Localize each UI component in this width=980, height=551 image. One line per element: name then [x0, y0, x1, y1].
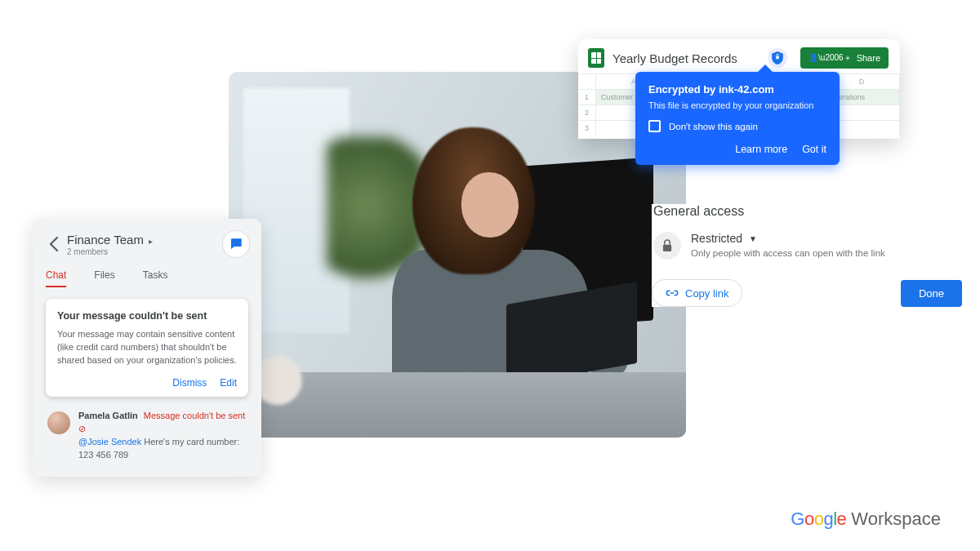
encryption-tooltip: Encrypted by ink-42.com This file is enc…: [635, 72, 840, 165]
checkbox-icon[interactable]: [648, 120, 661, 132]
learn-more-link[interactable]: Learn more: [735, 144, 787, 155]
sheets-card: Yearly Budget Records 👤\u2006＋ Share A B…: [578, 39, 900, 139]
svg-rect-0: [776, 56, 778, 59]
back-icon[interactable]: [44, 233, 64, 255]
chat-message: Pamela Gatlin Message couldn't be sent ⊘…: [47, 410, 247, 462]
sheet-title[interactable]: Yearly Budget Records: [612, 51, 760, 65]
access-mode-select[interactable]: Restricted ▼: [691, 232, 960, 245]
chat-tabs: Chat Files Tasks: [46, 269, 248, 287]
share-panel: General access Restricted ▼ Only people …: [652, 204, 962, 307]
person-plus-icon: 👤\u2006＋: [808, 52, 852, 64]
sheets-app-icon: [588, 48, 604, 68]
google-logo: Google: [791, 509, 846, 530]
row-number[interactable]: 3: [578, 121, 596, 136]
copy-link-label: Copy link: [685, 287, 728, 300]
tooltip-checkbox-row[interactable]: Don't show this again: [648, 120, 826, 132]
share-button[interactable]: 👤\u2006＋ Share: [800, 47, 889, 69]
mention[interactable]: @Josie Sendek: [78, 437, 141, 447]
lock-icon: [653, 232, 681, 260]
svg-rect-1: [663, 245, 671, 251]
link-icon: [666, 287, 679, 300]
access-mode-label: Restricted: [691, 232, 742, 245]
footer-brand: Google Workspace: [791, 509, 941, 530]
chat-icon[interactable]: [222, 230, 250, 258]
chat-card: Finance Team ▸ 2 members Chat Files Task…: [33, 219, 261, 477]
avatar: [47, 411, 70, 434]
product-name: Workspace: [851, 509, 941, 530]
chat-room-name-text: Finance Team: [67, 233, 144, 247]
tab-files[interactable]: Files: [94, 269, 114, 287]
edit-button[interactable]: Edit: [220, 377, 237, 389]
tooltip-title: Encrypted by ink-42.com: [648, 83, 826, 96]
caret-down-icon: ▼: [749, 234, 757, 243]
dlp-warning-body: Your message may contain sensitive conte…: [57, 328, 237, 367]
chevron-right-icon: ▸: [149, 237, 153, 246]
copy-link-button[interactable]: Copy link: [652, 279, 742, 307]
chat-members-count: 2 members: [67, 247, 222, 256]
dlp-warning-title: Your message couldn't be sent: [57, 310, 237, 322]
done-button[interactable]: Done: [901, 280, 962, 307]
chat-room-name[interactable]: Finance Team ▸: [67, 233, 222, 247]
got-it-button[interactable]: Got it: [802, 144, 826, 155]
tab-tasks[interactable]: Tasks: [143, 269, 168, 287]
tooltip-checkbox-label: Don't show this again: [669, 122, 758, 131]
dlp-warning-card: Your message couldn't be sent Your messa…: [46, 299, 248, 397]
dismiss-button[interactable]: Dismiss: [172, 377, 207, 389]
row-number[interactable]: 2: [578, 105, 596, 120]
share-heading: General access: [653, 204, 962, 219]
row-number[interactable]: 1: [578, 90, 596, 104]
tab-chat[interactable]: Chat: [46, 269, 66, 287]
warning-icon: ⊘: [78, 424, 86, 433]
share-button-label: Share: [857, 53, 880, 63]
tooltip-subtitle: This file is encrypted by your organizat…: [648, 100, 826, 110]
inline-warning: Message couldn't be sent: [144, 411, 245, 420]
message-author: Pamela Gatlin: [78, 411, 138, 420]
access-description: Only people with access can open with th…: [691, 248, 960, 258]
